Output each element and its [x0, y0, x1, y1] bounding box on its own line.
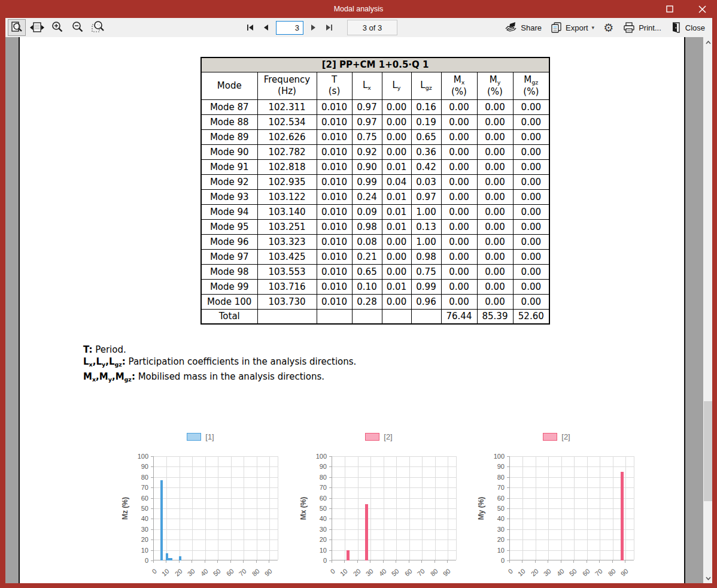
cell	[411, 309, 441, 324]
gridline	[332, 456, 456, 457]
cell: 0.00	[477, 99, 513, 114]
cell: 0.00	[513, 294, 549, 309]
chart-mx: [2]0102030405060708090100010203040506070…	[297, 431, 460, 583]
cell: Mode 96	[201, 234, 257, 249]
chart-plot-area	[509, 456, 634, 560]
gridline	[154, 519, 278, 519]
cell: 0.75	[352, 129, 382, 144]
gridline	[510, 508, 634, 509]
cell: 0.00	[477, 249, 513, 264]
x-tick-label: 40	[550, 567, 566, 582]
report-page: [2] PP+CM 1+0.5·Q 1 ModeFrequency(Hz)T(s…	[19, 37, 685, 583]
maximize-button[interactable]	[663, 2, 676, 16]
print-icon	[622, 22, 636, 34]
table-row: Mode 95103.2510.0100.980.010.130.000.000…	[201, 219, 549, 234]
cell: 0.21	[352, 249, 382, 264]
tick-mark	[329, 487, 332, 488]
gridline	[345, 456, 345, 560]
tick-mark	[243, 560, 244, 563]
cell: 0.00	[441, 294, 477, 309]
x-tick-label: 80	[245, 567, 260, 582]
scroll-down-button[interactable]	[703, 573, 712, 583]
door-close-icon	[670, 22, 682, 34]
gridline	[358, 456, 359, 560]
previous-page-button[interactable]	[260, 20, 273, 35]
cell: 85.39	[477, 309, 513, 324]
cell: 0.00	[513, 249, 549, 264]
tick-mark	[573, 560, 574, 563]
chart-legend: [2]	[297, 432, 460, 441]
cell: 0.97	[352, 114, 382, 129]
fit-width-button[interactable]	[28, 19, 46, 36]
cell: 0.00	[513, 219, 549, 234]
scroll-up-button[interactable]	[703, 37, 712, 47]
table-row: Mode 92102.9350.0100.990.040.030.000.000…	[201, 174, 549, 189]
cell	[317, 309, 352, 324]
tick-mark	[151, 529, 153, 530]
x-tick-label: 40	[194, 567, 209, 582]
tick-mark	[329, 539, 332, 540]
column-header-5: Lgz	[411, 72, 441, 99]
x-tick-label: 90	[614, 567, 630, 582]
table-row: Mode 93103.1220.0100.240.010.970.000.000…	[201, 189, 549, 204]
cell: 0.00	[477, 219, 513, 234]
gridline	[625, 456, 626, 560]
title-bar: Modal analysis	[0, 0, 717, 18]
zoom-page-icon	[10, 20, 24, 35]
cell: 103.730	[257, 294, 317, 309]
cell: 102.935	[257, 174, 317, 189]
last-page-button[interactable]	[323, 20, 336, 35]
first-page-icon	[245, 23, 255, 32]
tick-mark	[179, 560, 180, 563]
share-button[interactable]: Share	[502, 20, 544, 35]
cell: 0.01	[382, 159, 411, 174]
tick-mark	[151, 466, 153, 467]
gridline	[154, 466, 278, 467]
scrollbar-thumb[interactable]	[704, 401, 712, 501]
vertical-scrollbar[interactable]	[703, 37, 712, 583]
x-tick-label: 60	[575, 567, 591, 582]
gridline	[332, 539, 456, 540]
cell: 0.42	[411, 159, 441, 174]
gridline	[278, 456, 278, 560]
gridline	[231, 456, 232, 560]
close-viewer-button[interactable]: Close	[668, 20, 707, 35]
settings-button[interactable]: ⚙	[601, 20, 616, 35]
x-tick-label: 70	[232, 567, 248, 582]
gridline	[510, 487, 634, 488]
export-label: Export	[566, 23, 588, 32]
next-page-button[interactable]	[306, 20, 320, 35]
data-bar	[170, 558, 172, 560]
page-indicator: 3 of 3	[347, 20, 397, 35]
cell: 52.60	[513, 309, 549, 324]
x-tick-label: 50	[385, 567, 400, 582]
table-row: Mode 98103.5530.0100.650.000.750.000.000…	[201, 264, 549, 279]
page-number-input[interactable]	[276, 21, 303, 35]
zoom-out-button[interactable]	[69, 19, 87, 36]
gridline	[370, 456, 371, 560]
cell: 0.00	[513, 264, 549, 279]
x-tick-label: 0	[142, 567, 158, 582]
tick-mark	[256, 560, 257, 563]
tick-mark	[612, 560, 613, 563]
cell: 0.00	[477, 264, 513, 279]
cell: 0.01	[382, 279, 411, 294]
zoom-page-button[interactable]	[8, 19, 26, 36]
first-page-button[interactable]	[244, 20, 257, 35]
cell: 0.00	[441, 264, 477, 279]
gridline	[154, 529, 278, 530]
cell: 0.16	[411, 99, 441, 114]
close-window-button[interactable]	[695, 2, 709, 16]
zoom-in-button[interactable]	[48, 19, 66, 36]
zoom-window-button[interactable]	[89, 19, 107, 36]
print-button[interactable]: Print...	[620, 20, 664, 35]
export-button[interactable]: Export ▾	[548, 20, 597, 35]
column-header-1: Frequency(Hz)	[257, 72, 317, 99]
gridline	[166, 456, 167, 560]
cell: 0.00	[477, 144, 513, 159]
maximize-icon	[666, 5, 673, 13]
gridline	[510, 539, 634, 540]
table-row: Mode 91102.8180.0100.900.010.420.000.000…	[201, 159, 549, 174]
table-row: Mode 89102.6260.0100.750.000.650.000.000…	[201, 129, 549, 144]
x-tick-label: 60	[219, 567, 235, 582]
